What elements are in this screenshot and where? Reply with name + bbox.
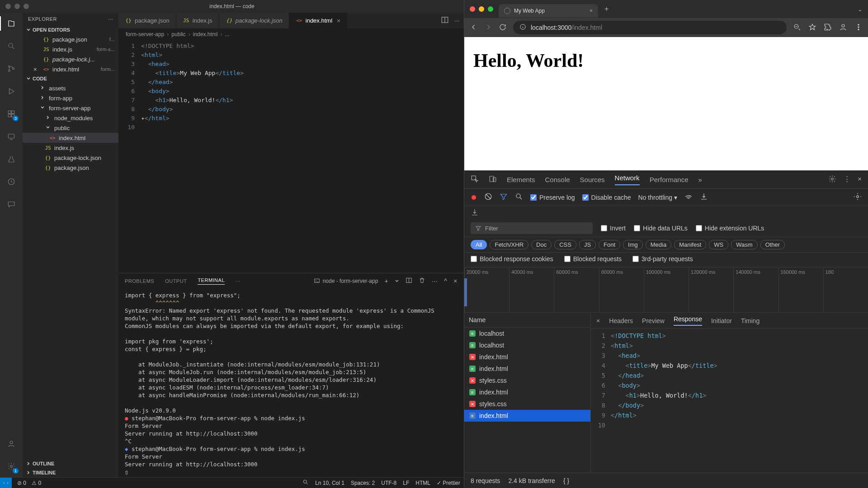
more-icon[interactable]: ⋮	[844, 175, 850, 184]
tab-response[interactable]: Response	[674, 315, 702, 326]
remote-icon[interactable]	[5, 130, 18, 143]
record-icon[interactable]	[471, 194, 477, 201]
folder-item[interactable]: node_modules	[23, 113, 118, 123]
bookmark-icon[interactable]	[808, 23, 816, 33]
gear-icon[interactable]	[854, 192, 862, 202]
maximize-panel-icon[interactable]: ^	[444, 277, 447, 285]
history-icon[interactable]	[5, 175, 18, 188]
inspect-icon[interactable]	[471, 175, 479, 184]
open-editor-item[interactable]: {}package-lock.j...	[23, 54, 118, 64]
new-tab-icon[interactable]: +	[604, 5, 609, 13]
run-debug-icon[interactable]	[5, 85, 18, 98]
request-row[interactable]: ≡localhost	[464, 339, 590, 351]
more-tabs-icon[interactable]: »	[698, 176, 702, 183]
filter-pill-all[interactable]: All	[471, 240, 487, 249]
tab-terminal[interactable]: TERMINAL	[198, 277, 225, 285]
name-column-header[interactable]: Name	[464, 313, 590, 328]
encoding[interactable]: UTF-8	[381, 480, 396, 486]
prettier[interactable]: ✓ Prettier	[437, 480, 460, 486]
source-control-icon[interactable]	[5, 62, 18, 75]
blocked-requests-checkbox[interactable]: Blocked requests	[564, 255, 622, 263]
maximize-icon[interactable]	[488, 6, 493, 12]
more-icon[interactable]: ···	[108, 16, 113, 22]
breadcrumb[interactable]: form-server-app›public›index.html›...	[118, 29, 464, 40]
split-editor-icon[interactable]	[441, 16, 449, 25]
tab-initiator[interactable]: Initiator	[711, 317, 732, 324]
testing-icon[interactable]	[5, 153, 18, 165]
tab-sources[interactable]: Sources	[580, 176, 605, 183]
outline-section[interactable]: OUTLINE	[23, 459, 118, 468]
response-body[interactable]: 12345678910 <!DOCTYPE html><html> <head>…	[591, 329, 868, 473]
filter-pill-css[interactable]: CSS	[554, 240, 576, 249]
terminal-selector[interactable]: node - form-server-app	[314, 278, 378, 284]
comment-icon[interactable]	[5, 198, 18, 211]
editor-tab[interactable]: <>index.html×	[289, 13, 347, 28]
language-mode[interactable]: HTML	[415, 480, 430, 486]
site-info-icon[interactable]	[519, 23, 526, 32]
network-timeline[interactable]: 20000 ms40000 ms60000 ms80000 ms100000 m…	[464, 267, 868, 313]
editor-tab[interactable]: JSindex.js	[176, 13, 219, 28]
filter-pill-fetchxhr[interactable]: Fetch/XHR	[490, 240, 528, 249]
request-row[interactable]: ✕index.html	[464, 351, 590, 363]
tab-performance[interactable]: Performance	[650, 176, 689, 183]
network-conditions-icon[interactable]	[684, 192, 693, 202]
gear-icon[interactable]: 1	[5, 460, 18, 473]
reload-icon[interactable]	[499, 23, 507, 33]
filter-toggle-icon[interactable]	[500, 192, 508, 202]
file-item[interactable]: {}package-lock.json	[23, 153, 118, 163]
gear-icon[interactable]	[828, 175, 836, 184]
close-icon[interactable]	[470, 6, 475, 12]
tab-timing[interactable]: Timing	[741, 317, 760, 324]
remote-button[interactable]	[0, 478, 12, 488]
folder-item[interactable]: form-server-app	[23, 103, 118, 113]
editor-tab[interactable]: {}package-lock.json	[219, 13, 289, 28]
eol[interactable]: LF	[403, 480, 409, 486]
filter-pill-wasm[interactable]: Wasm	[731, 240, 757, 249]
url-bar[interactable]: localhost:3000/index.html	[513, 21, 787, 34]
filter-pill-doc[interactable]: Doc	[531, 240, 552, 249]
search-icon[interactable]	[515, 192, 523, 202]
tab-problems[interactable]: PROBLEMS	[125, 278, 154, 284]
request-row[interactable]: ✕styles.css	[464, 375, 590, 386]
timeline-section[interactable]: TIMELINE	[23, 468, 118, 477]
editor-tab[interactable]: {}package.json	[118, 13, 176, 28]
filter-pill-ws[interactable]: WS	[709, 240, 728, 249]
extensions-icon[interactable]: 3	[5, 108, 18, 120]
filter-pill-img[interactable]: Img	[623, 240, 643, 249]
code-editor[interactable]: 12345678910 <!DOCTYPE html><html> <head>…	[118, 40, 464, 273]
clear-icon[interactable]	[484, 192, 492, 202]
zoom-icon[interactable]	[302, 479, 309, 487]
trash-icon[interactable]	[419, 277, 425, 285]
open-editors-section[interactable]: OPEN EDITORS	[23, 25, 118, 34]
tab-network[interactable]: Network	[615, 174, 640, 185]
tab-output[interactable]: OUTPUT	[165, 278, 187, 284]
extensions-icon[interactable]	[824, 23, 832, 33]
project-section[interactable]: CODE	[23, 74, 118, 83]
explorer-icon[interactable]	[5, 17, 18, 30]
download-icon[interactable]	[471, 208, 479, 218]
split-terminal-icon[interactable]	[406, 277, 412, 285]
menu-icon[interactable]	[854, 23, 863, 33]
third-party-checkbox[interactable]: 3rd-party requests	[632, 255, 693, 263]
close-panel-icon[interactable]: ×	[453, 277, 458, 285]
cursor-position[interactable]: Ln 10, Col 1	[315, 480, 344, 486]
hide-extension-urls-checkbox[interactable]: Hide extension URLs	[696, 225, 764, 232]
open-editor-item[interactable]: {}package.jsonf...	[23, 34, 118, 44]
folder-item[interactable]: assets	[23, 83, 118, 93]
filter-pill-font[interactable]: Font	[599, 240, 620, 249]
disable-cache-checkbox[interactable]: Disable cache	[582, 194, 631, 201]
more-icon[interactable]: ···	[454, 17, 459, 24]
close-details-icon[interactable]: ×	[596, 317, 600, 324]
request-row[interactable]: ≡index.html	[464, 386, 590, 398]
folder-item[interactable]: public	[23, 123, 118, 133]
warnings-count[interactable]: ⚠ 0	[32, 480, 41, 486]
hide-data-urls-checkbox[interactable]: Hide data URLs	[634, 225, 688, 232]
close-icon[interactable]	[5, 4, 11, 9]
minimize-icon[interactable]	[479, 6, 484, 12]
close-tab-icon[interactable]: ×	[590, 8, 593, 14]
more-icon[interactable]: ···	[432, 277, 438, 285]
preserve-log-checkbox[interactable]: Preserve log	[530, 194, 575, 201]
request-row[interactable]: ≡index.html	[464, 410, 590, 422]
tab-elements[interactable]: Elements	[507, 176, 535, 183]
device-icon[interactable]	[489, 175, 497, 184]
